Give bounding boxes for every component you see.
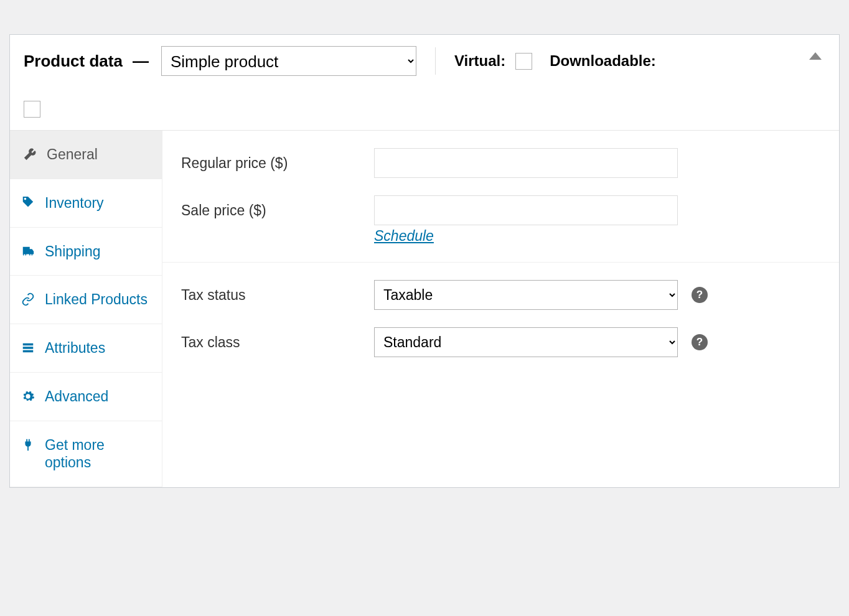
sale-price-input[interactable]: [374, 195, 678, 225]
tab-inventory[interactable]: Inventory: [10, 179, 162, 228]
list-icon: [21, 341, 35, 355]
tax-status-select[interactable]: Taxable: [374, 280, 678, 310]
tax-status-help-icon[interactable]: ?: [692, 287, 708, 303]
title-dash: —: [133, 52, 149, 71]
tab-label: Linked Products: [45, 291, 148, 309]
panel-title: Product data: [24, 52, 123, 71]
schedule-link-wrap: Schedule: [374, 228, 820, 245]
top-spacer: [9, 9, 840, 16]
schedule-link[interactable]: Schedule: [374, 228, 434, 244]
tax-class-select[interactable]: Standard: [374, 327, 678, 357]
tax-class-label: Tax class: [181, 334, 374, 351]
tab-label: Shipping: [45, 243, 101, 261]
product-data-panel: Product data — Simple product Virtual: D…: [9, 34, 840, 488]
virtual-checkbox[interactable]: [515, 53, 532, 70]
tab-attributes[interactable]: Attributes: [10, 324, 162, 373]
tab-advanced[interactable]: Advanced: [10, 373, 162, 421]
regular-price-label: Regular price ($): [181, 155, 374, 172]
tax-class-help-icon[interactable]: ?: [692, 334, 708, 350]
tab-get-more-options[interactable]: Get more options: [10, 421, 162, 488]
tabs-list: General Inventory Shipping Linked Produc…: [10, 131, 162, 487]
tax-section: Tax status Taxable ? Tax class Standard: [162, 262, 839, 375]
content-area: Regular price ($) Sale price ($) Schedul…: [162, 131, 839, 487]
pricing-section: Regular price ($) Sale price ($) Schedul…: [162, 131, 839, 262]
regular-price-input[interactable]: [374, 148, 678, 178]
tax-status-label: Tax status: [181, 287, 374, 304]
virtual-label: Virtual:: [454, 52, 505, 70]
collapse-caret-icon[interactable]: [809, 52, 822, 60]
tab-label: Get more options: [45, 436, 151, 472]
sale-price-label: Sale price ($): [181, 202, 374, 219]
wrench-icon: [23, 147, 37, 161]
link-icon: [21, 292, 35, 306]
vertical-separator: [435, 47, 436, 75]
product-type-select[interactable]: Simple product: [161, 46, 416, 76]
tax-class-row: Tax class Standard ?: [181, 327, 820, 357]
panel-body: General Inventory Shipping Linked Produc…: [10, 131, 839, 487]
downloadable-checkbox[interactable]: [24, 101, 40, 118]
tab-shipping[interactable]: Shipping: [10, 228, 162, 276]
tab-label: Advanced: [45, 388, 108, 406]
tab-label: General: [47, 146, 98, 164]
truck-icon: [21, 245, 35, 258]
plug-icon: [21, 438, 35, 452]
gear-icon: [21, 390, 35, 403]
panel-header: Product data — Simple product Virtual: D…: [10, 35, 839, 131]
regular-price-row: Regular price ($): [181, 148, 820, 178]
tab-label: Inventory: [45, 194, 104, 212]
downloadable-label: Downloadable:: [550, 52, 656, 70]
tab-linked-products[interactable]: Linked Products: [10, 276, 162, 324]
tag-icon: [21, 196, 35, 210]
sale-price-row: Sale price ($): [181, 195, 820, 225]
tab-general[interactable]: General: [10, 131, 162, 179]
tab-label: Attributes: [45, 339, 105, 357]
tax-status-row: Tax status Taxable ?: [181, 280, 820, 310]
